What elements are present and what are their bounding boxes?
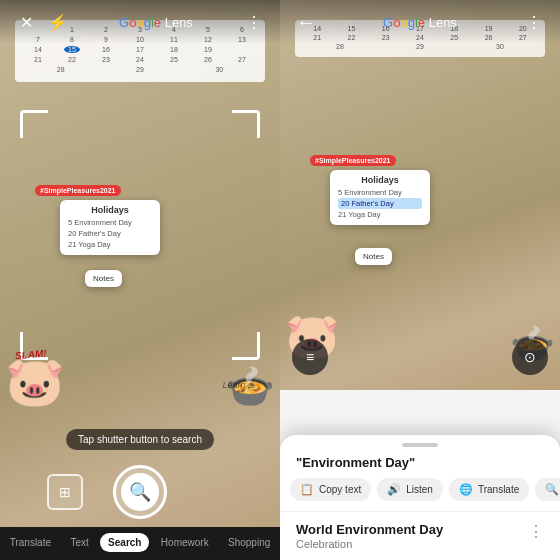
listen-icon: 🔊: [387, 483, 401, 496]
tab-search[interactable]: Search: [100, 533, 149, 552]
tab-shopping[interactable]: Shopping: [220, 533, 278, 552]
scan-corner-tl: [20, 110, 48, 138]
result-title: World Environment Day: [296, 522, 443, 537]
result-content: World Environment Day Celebration: [296, 522, 443, 550]
top-bar-left: ✕ ⚡ Google Lens ⋮: [0, 0, 280, 44]
holiday-item-1: 5 Environment Day: [68, 217, 152, 228]
holiday-item-3: 21 Yoga Day: [68, 239, 152, 250]
flash-icon[interactable]: ⚡: [44, 8, 72, 36]
hashtag-tag-right: #SimplePleasures2021: [310, 155, 396, 166]
bottom-sheet: "Environment Day" 📋 Copy text 🔊 Listen 🌐…: [280, 435, 560, 560]
scan-corner-br: [232, 332, 260, 360]
notes-label-left: Notes: [93, 274, 114, 283]
copy-text-button[interactable]: 📋 Copy text: [290, 478, 371, 501]
tabs-bar: Translate Text Search Homework Shopping: [0, 527, 280, 560]
listen-label: Listen: [406, 484, 433, 495]
search-action-icon: 🔍: [545, 483, 559, 496]
tab-homework[interactable]: Homework: [153, 533, 217, 552]
holidays-title: Holidays: [68, 205, 152, 215]
result-item: World Environment Day Celebration ⋮: [280, 512, 560, 560]
translate-button[interactable]: 🌐 Translate: [449, 478, 529, 501]
pig-illustration-left: 🐷: [5, 354, 65, 410]
notes-popup-left: Notes: [85, 270, 122, 287]
shutter-inner: 🔍: [121, 473, 159, 511]
app-title-left: Google Lens: [72, 15, 240, 30]
notes-label-right: Notes: [363, 252, 384, 261]
lens-icon: ⊙: [524, 349, 536, 365]
more-menu-right[interactable]: ⋮: [520, 8, 548, 36]
close-button[interactable]: ✕: [12, 8, 40, 36]
top-bar-right: ← Google Lens ⋮: [280, 0, 560, 44]
holiday-item-2: 20 Father's Day: [68, 228, 152, 239]
menu-overlay-button[interactable]: ≡: [292, 339, 328, 375]
holidays-popup-right: Holidays 5 Environment Day 20 Father's D…: [330, 170, 430, 225]
holidays-title-right: Holidays: [338, 175, 422, 185]
holiday-item-r3: 21 Yoga Day: [338, 209, 422, 220]
app-title-right: Google Lens: [320, 15, 520, 30]
holiday-item-r2-highlighted: 20 Father's Day: [338, 198, 422, 209]
listen-button[interactable]: 🔊 Listen: [377, 478, 443, 501]
sheet-query: "Environment Day": [280, 455, 560, 478]
right-panel: 14 15 16 17 18 19 20 21 22 23 24 25 26 2…: [280, 0, 560, 560]
search-button[interactable]: 🔍 Search: [535, 478, 560, 501]
shutter-hint: Tap shutter button to search: [66, 429, 214, 450]
back-button[interactable]: ←: [292, 8, 320, 36]
scan-corner-tr: [232, 110, 260, 138]
sheet-handle: [402, 443, 438, 447]
sheet-actions: 📋 Copy text 🔊 Listen 🌐 Translate 🔍 Searc…: [280, 478, 560, 512]
copy-icon: 📋: [300, 483, 314, 496]
learn-text: Learn s...: [222, 380, 260, 390]
gallery-button[interactable]: ⊞: [47, 474, 83, 510]
shutter-button[interactable]: 🔍: [113, 465, 167, 519]
tab-translate[interactable]: Translate: [2, 533, 59, 552]
holiday-item-r1: 5 Environment Day: [338, 187, 422, 198]
shutter-area: ⊞ 🔍: [0, 453, 280, 527]
notes-popup-right: Notes: [355, 248, 392, 265]
menu-icon: ≡: [306, 349, 314, 365]
result-more-button[interactable]: ⋮: [528, 522, 544, 541]
holidays-popup-left: Holidays 5 Environment Day 20 Father's D…: [60, 200, 160, 255]
hashtag-tag-left: #SimplePleasures2021: [35, 185, 121, 196]
bottom-bar-left: Tap shutter button to search ⊞ 🔍 Transla…: [0, 453, 280, 560]
result-subtitle: Celebration: [296, 538, 443, 550]
more-menu-left[interactable]: ⋮: [240, 8, 268, 36]
lens-overlay-button[interactable]: ⊙: [512, 339, 548, 375]
tab-text[interactable]: Text: [62, 533, 96, 552]
copy-text-label: Copy text: [319, 484, 361, 495]
translate-label: Translate: [478, 484, 519, 495]
search-icon-shutter: 🔍: [129, 481, 151, 503]
translate-icon: 🌐: [459, 483, 473, 496]
left-panel: 1 2 3 4 5 6 7 8 9 10 11 12 13 14 15 16 1…: [0, 0, 280, 560]
